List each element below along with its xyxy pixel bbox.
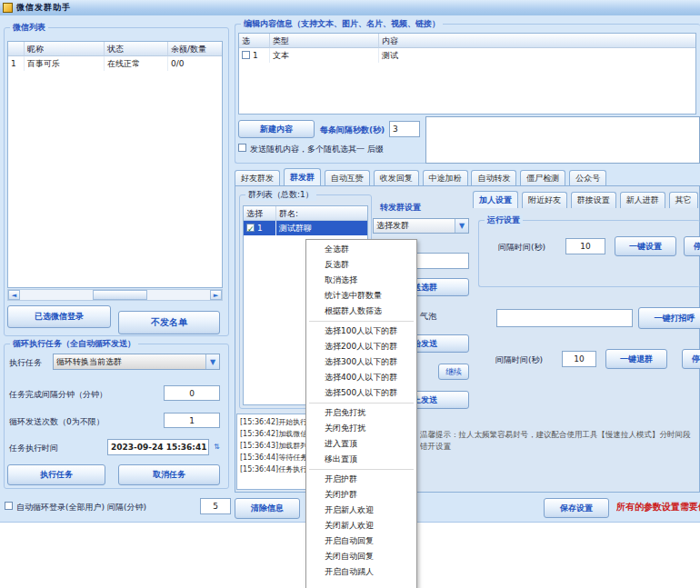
one-key-set-button[interactable]: 一键设置 [615,236,676,256]
screenshot-root: 微信发群助手 微信列表 昵称 状态 余额/数量 1 百事可乐 在线正常 0/0 … [0,0,700,588]
menu-item-clear-selection[interactable]: 取消选择 [306,273,416,288]
interval2-input[interactable]: 10 [562,351,596,367]
task-type-label: 执行任务 [9,357,42,369]
auto-login-interval-input[interactable]: 5 [200,498,231,514]
random-content-checkbox[interactable] [238,144,246,152]
menu-item-count-selected[interactable]: 统计选中群数量 [306,288,416,304]
tab-group-join-settings[interactable]: 群接设置 [571,192,616,208]
interval2-label: 间隔时间(秒) [495,354,543,366]
menu-separator [309,321,414,322]
content-table[interactable]: 选 类型 内容 1 文本 测试 [238,33,696,115]
menu-item-filter-by-members[interactable]: 根据群人数筛选 [306,304,416,319]
content-cell: 测试 [379,48,695,63]
menu-item-select-under-300[interactable]: 选择300人以下的群 [306,354,416,370]
tab-friend-send[interactable]: 好友群发 [235,170,280,186]
row-select-cell[interactable]: 1 [239,48,270,63]
menu-item-autoreply-on[interactable]: 开启自动回复 [306,533,416,549]
auto-login-checkbox[interactable] [5,502,13,510]
cancel-task-button[interactable]: 取消任务 [118,464,220,485]
menu-item-welcome-on[interactable]: 开启新人欢迎 [306,503,416,518]
tab-official-account[interactable]: 公众号 [569,170,606,186]
menu-item-select-under-500[interactable]: 选择500人以下的群 [306,385,416,401]
scroll-right-icon[interactable]: ► [210,290,222,300]
logged-wechat-button[interactable]: 已选微信登录 [7,305,111,328]
header-cell: 昵称 [25,42,105,56]
menu-item-welcome-off[interactable]: 关闭新人欢迎 [306,518,416,533]
header-cell: 选 [239,34,270,48]
group-table-row-selected[interactable]: 1 测试群聊 [244,221,367,235]
tab-reply[interactable]: 收发回复 [374,170,419,186]
main-tab-strip: 好友群发 群发群 自动互赞 收发回复 中途加粉 自动转发 僵尸检测 公众号 [235,168,700,186]
app-icon [3,3,13,13]
updown-arrows-icon[interactable]: ⇅ [214,443,220,451]
greet-text-input[interactable] [496,309,633,327]
tab-zombie-check[interactable]: 僵尸检测 [520,170,565,186]
interval1-input[interactable]: 10 [565,238,605,254]
menu-item-autoreply-off[interactable]: 关闭自动回复 [306,549,416,564]
tab-auto-like[interactable]: 自动互赞 [325,170,370,186]
run-task-button[interactable]: 执行任务 [7,464,105,485]
group-name-cell: 测试群聊 [276,221,367,235]
menu-item-invert-selection[interactable]: 反选群 [306,257,416,273]
row-checkbox[interactable] [242,51,250,59]
wechat-table-row[interactable]: 1 百事可乐 在线正常 0/0 [8,56,222,71]
menu-item-select-under-100[interactable]: 选择100人以下的群 [306,324,416,339]
row-index-cell: 1 [8,56,25,71]
tab-auto-forward[interactable]: 自动转发 [471,170,516,186]
task-interval-input[interactable]: 0 [164,385,220,401]
tab-newcomer[interactable]: 新人进群 [620,192,665,208]
wechat-table-hscrollbar[interactable]: ◄ ► [7,289,223,301]
chevron-down-icon[interactable]: ▼ [455,219,468,233]
right-tab-strip: 加人设置 附近好友 群接设置 新人进群 其它 [473,191,700,208]
group-table-header: 选择 群名: [244,206,367,221]
stop1-button[interactable]: 停止 [684,236,700,256]
scroll-thumb[interactable] [93,290,147,300]
tab-add-fans[interactable]: 中途加粉 [423,170,468,186]
amount-cell: 0/0 [168,56,222,71]
chevron-down-icon[interactable]: ▼ [205,354,219,369]
menu-item-mute-on[interactable]: 开启免打扰 [306,405,416,421]
task-time-picker[interactable]: 2023-09-24 15:36:41 [107,439,209,455]
menu-item-autokick-on[interactable]: 开启自动踢人 [306,564,416,580]
one-key-greet-button[interactable]: 一键打招呼 [638,307,700,329]
tab-other[interactable]: 其它 [669,192,698,208]
task-type-dropdown[interactable]: 循环转换当前选群 ▼ [53,354,220,370]
clear-log-button[interactable]: 清除信息 [235,498,300,519]
wechat-table[interactable]: 昵称 状态 余额/数量 1 百事可乐 在线正常 0/0 [7,41,223,288]
header-cell: 群名: [276,206,367,221]
warning-hint-text: 温馨提示：拉人太频繁容易封号，建议配合使用工具【慢速拉人模式】分时间段错开设置 [420,429,696,460]
menu-item-guard-off[interactable]: 关闭护群 [306,487,416,503]
menu-item-mute-off[interactable]: 关闭免打扰 [306,421,416,436]
title-bar: 微信发群助手 [0,0,700,15]
nickname-cell: 百事可乐 [25,56,105,71]
forward-target-dropdown[interactable]: 选择发群 ▼ [373,218,469,234]
row-select-cell[interactable]: 1 [244,221,276,235]
header-cell: 类型 [270,34,379,48]
per-item-interval-input[interactable]: 3 [389,121,420,137]
window-title: 微信发群助手 [16,2,71,14]
new-content-button[interactable]: 新建内容 [238,120,315,138]
menu-item-select-all[interactable]: 全选群 [306,242,416,257]
tab-group-send[interactable]: 群发群 [284,168,321,186]
scroll-left-icon[interactable]: ◄ [8,290,20,300]
content-table-row[interactable]: 1 文本 测试 [239,48,695,63]
menu-item-unpin[interactable]: 移出置顶 [306,452,416,467]
menu-item-select-under-400[interactable]: 选择400人以下的群 [306,370,416,385]
type-cell: 文本 [270,48,379,63]
one-key-quit-button[interactable]: 一键退群 [605,349,667,369]
row-checkbox-checked[interactable] [246,224,255,232]
tab-add-settings[interactable]: 加人设置 [473,191,518,208]
content-preview-box[interactable] [425,116,700,164]
continue-button[interactable]: 继续 [438,364,469,380]
wechat-table-header: 昵称 状态 余额/数量 [8,42,222,56]
loop-count-input[interactable]: 1 [164,413,220,428]
menu-item-select-under-200[interactable]: 选择200人以下的群 [306,339,416,354]
loop-task-title: 循环执行任务（全自动循环发送） [10,338,138,350]
menu-separator [309,469,414,470]
tab-nearby-friends[interactable]: 附近好友 [522,192,567,208]
save-settings-button[interactable]: 保存设置 [544,498,609,518]
stop2-button[interactable]: 停止 [682,349,700,369]
blacklist-button[interactable]: 不发名单 [118,311,220,334]
menu-item-guard-on[interactable]: 开启护群 [306,472,416,487]
menu-item-pin[interactable]: 进入置顶 [306,436,416,452]
